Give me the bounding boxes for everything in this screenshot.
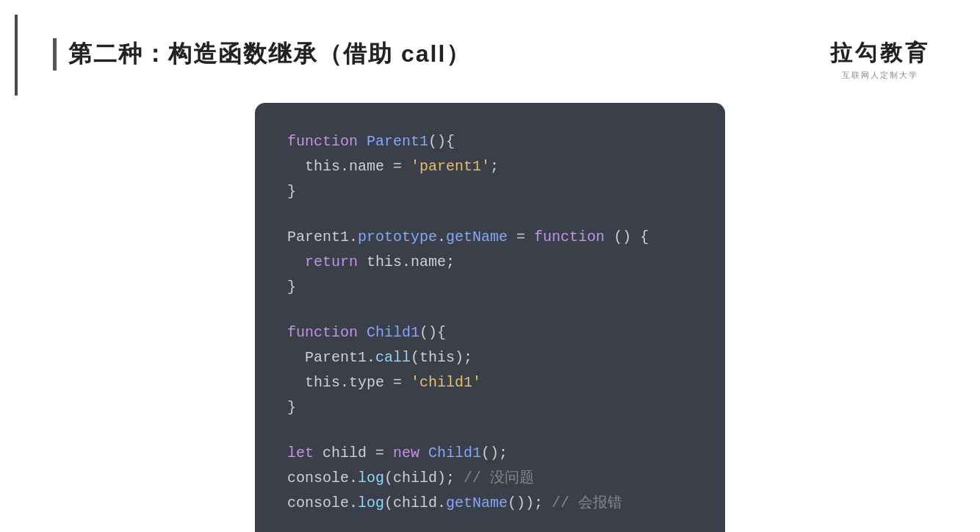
page-title: 第二种：构造函数继承（借助 call） <box>68 40 471 67</box>
code-line: function Child1(){ <box>287 320 693 345</box>
code-line: let child = new Child1(); <box>287 441 693 466</box>
code-line: console.log(child); // 没问题 <box>287 466 693 491</box>
code-block: function Parent1(){ this.name = 'parent1… <box>255 103 725 532</box>
code-section-2: Parent1.prototype.getName = function () … <box>287 225 693 300</box>
code-line: Parent1.prototype.getName = function () … <box>287 225 693 250</box>
header: 第二种：构造函数继承（借助 call） 拉勾教育 互联网人定制大学 <box>15 15 965 96</box>
code-section-4: let child = new Child1(); console.log(ch… <box>287 441 693 516</box>
title-container: 第二种：构造函数继承（借助 call） <box>53 38 471 71</box>
logo: 拉勾教育 互联网人定制大学 <box>830 38 930 81</box>
code-line: } <box>287 179 693 204</box>
logo-sub-text: 互联网人定制大学 <box>830 70 930 81</box>
code-line: console.log(child.getName()); // 会报错 <box>287 491 693 516</box>
main-content: function Parent1(){ this.name = 'parent1… <box>0 96 980 532</box>
code-line: Parent1.call(this); <box>287 345 693 370</box>
logo-main-text: 拉勾教育 <box>830 38 930 68</box>
code-line: return this.name; <box>287 250 693 275</box>
code-section-1: function Parent1(){ this.name = 'parent1… <box>287 129 693 204</box>
code-line: this.name = 'parent1'; <box>287 154 693 179</box>
page: 第二种：构造函数继承（借助 call） 拉勾教育 互联网人定制大学 functi… <box>0 0 980 532</box>
code-line: this.type = 'child1' <box>287 370 693 395</box>
code-line: } <box>287 395 693 420</box>
code-line: } <box>287 275 693 300</box>
code-section-3: function Child1(){ Parent1.call(this); t… <box>287 320 693 420</box>
code-line: function Parent1(){ <box>287 129 693 154</box>
